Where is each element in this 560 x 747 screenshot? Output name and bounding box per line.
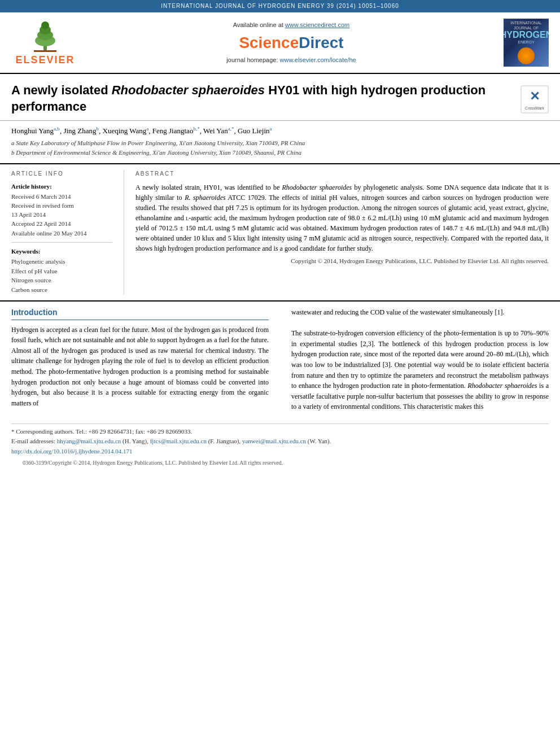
- email-wei[interactable]: yanwei@mail.xjtu.edu.cn: [242, 438, 306, 444]
- received-date: Received 6 March 2014: [11, 193, 112, 201]
- cover-hydrogen-text: HYDROGEN: [504, 30, 549, 40]
- authors-line: Honghui Yanga,b, Jing Zhangb, Xueqing Wa…: [11, 125, 549, 137]
- accepted-date: Accepted 22 April 2014: [11, 220, 112, 228]
- article-info-abstract-section: ARTICLE INFO Article history: Received 6…: [0, 164, 560, 302]
- article-title-container: A newly isolated Rhodobacter sphaeroides…: [11, 82, 515, 115]
- article-info-heading: ARTICLE INFO: [11, 170, 112, 178]
- issn-line: 0360-3199/Copyright © 2014, Hydrogen Ene…: [11, 457, 549, 469]
- crossmark-badge[interactable]: ✕ CrossMark: [520, 85, 549, 113]
- authors-section: Honghui Yanga,b, Jing Zhangb, Xueqing Wa…: [0, 121, 560, 164]
- copyright-text: Copyright © 2014, Hydrogen Energy Public…: [135, 257, 549, 265]
- crossmark-label: CrossMark: [525, 106, 544, 111]
- introduction-text: Hydrogen is accepted as a clean fuel for…: [11, 325, 269, 409]
- journal-cover: International Journal of HYDROGEN ENERGY: [504, 19, 549, 67]
- cover-energy-text: ENERGY: [518, 40, 535, 45]
- history-label: Article history:: [11, 182, 112, 191]
- article-info-col: ARTICLE INFO Article history: Received 6…: [11, 170, 124, 295]
- body-col-left: Introduction Hydrogen is accepted as a c…: [11, 307, 274, 412]
- introduction-title: Introduction: [11, 307, 269, 320]
- body-section: Introduction Hydrogen is accepted as a c…: [0, 302, 560, 418]
- author-jing: Jing Zhang: [63, 127, 96, 136]
- footnote-section: * Corresponding authors. Tel.: +86 29 82…: [11, 423, 549, 469]
- keywords-label: Keywords:: [11, 247, 112, 256]
- svg-point-4: [41, 21, 49, 29]
- homepage-url[interactable]: www.elsevier.com/locate/he: [280, 56, 356, 63]
- divider1: [11, 242, 112, 243]
- banner-center: Available online at www.sciencedirect.co…: [85, 21, 498, 65]
- abstract-col: ABSTRACT A newly isolated strain, HY01, …: [124, 170, 549, 295]
- svg-rect-5: [34, 50, 56, 52]
- author-honghui: Honghui Yang: [11, 127, 54, 136]
- received-revised-date: Received in revised form13 April 2014: [11, 202, 112, 219]
- keyword-4: Carbon source: [11, 286, 112, 294]
- keyword-2: Effect of pH value: [11, 267, 112, 276]
- elsevier-label: ELSEVIER: [15, 53, 75, 67]
- abstract-text: A newly isolated strain, HY01, was ident…: [135, 182, 549, 254]
- doi-url[interactable]: http://dx.doi.org/10.1016/j.ijhydene.201…: [11, 448, 133, 455]
- author-feng: Feng Jiangtao: [152, 127, 194, 136]
- top-banner: ELSEVIER Available online at www.science…: [0, 12, 560, 74]
- keyword-3: Nitrogen source: [11, 276, 112, 285]
- affiliation-b: b Department of Environmental Science & …: [11, 148, 549, 157]
- article-title: A newly isolated Rhodobacter sphaeroides…: [11, 82, 515, 115]
- affiliation-a: a State Key Laboratory of Multiphase Flo…: [11, 139, 549, 147]
- article-title-section: A newly isolated Rhodobacter sphaeroides…: [0, 74, 560, 121]
- journal-homepage: journal homepage: www.elsevier.com/locat…: [85, 56, 498, 64]
- keywords-section: Keywords: Phylogenetic analysis Effect o…: [11, 247, 112, 294]
- corresponding-authors: * Corresponding authors. Tel.: +86 29 82…: [11, 427, 549, 436]
- available-online-text: Available online at www.sciencedirect.co…: [85, 21, 498, 29]
- keyword-1: Phylogenetic analysis: [11, 257, 112, 266]
- crossmark-icon: ✕: [530, 88, 540, 106]
- cover-circle-graphic: [518, 47, 535, 64]
- body-right-text: wastewater and reducing the COD value of…: [291, 307, 549, 412]
- journal-header-text: INTERNATIONAL JOURNAL OF HYDROGEN ENERGY…: [161, 3, 399, 9]
- cover-title-text: International Journal of: [506, 21, 546, 30]
- elsevier-tree-icon: [23, 18, 68, 52]
- author-xueqing: Xueqing Wang: [103, 127, 147, 136]
- sciencedirect-logo: ScienceDirect: [85, 32, 498, 54]
- body-col-right: wastewater and reducing the COD value of…: [286, 307, 549, 412]
- email-honghui[interactable]: hhyang@mail.xjtu.edu.cn: [57, 438, 121, 444]
- available-online-date: Available online 20 May 2014: [11, 229, 112, 238]
- author-guo: Guo Liejin: [238, 127, 270, 136]
- abstract-heading: ABSTRACT: [135, 170, 549, 178]
- available-url[interactable]: www.sciencedirect.com: [285, 21, 349, 28]
- doi-link: http://dx.doi.org/10.1016/j.ijhydene.201…: [11, 447, 549, 456]
- email-addresses: E-mail addresses: hhyang@mail.xjtu.edu.c…: [11, 437, 549, 445]
- email-feng[interactable]: fjtcs@mail.xjtu.edu.cn: [150, 438, 207, 444]
- journal-header-bar: INTERNATIONAL JOURNAL OF HYDROGEN ENERGY…: [0, 0, 560, 12]
- author-wei: Wei Yan: [203, 127, 228, 136]
- elsevier-logo: ELSEVIER: [11, 18, 79, 67]
